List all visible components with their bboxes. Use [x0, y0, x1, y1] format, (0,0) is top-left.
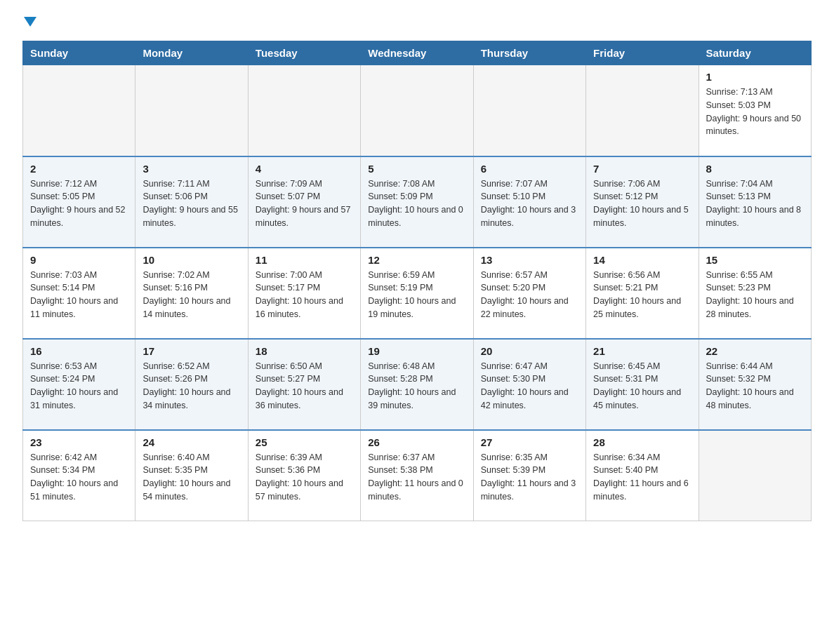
svg-marker-0: [24, 17, 37, 27]
calendar-cell: [473, 65, 585, 156]
page-header: [22, 17, 812, 29]
day-info: Sunrise: 7:11 AMSunset: 5:06 PMDaylight:…: [143, 177, 240, 230]
calendar-cell: [248, 65, 360, 156]
day-number: 20: [481, 345, 578, 357]
calendar-cell: 1Sunrise: 7:13 AMSunset: 5:03 PMDaylight…: [699, 65, 811, 156]
day-number: 9: [30, 254, 128, 266]
calendar-cell: 10Sunrise: 7:02 AMSunset: 5:16 PMDayligh…: [135, 248, 248, 339]
day-info: Sunrise: 7:00 AMSunset: 5:17 PMDaylight:…: [256, 269, 353, 321]
day-number: 7: [593, 163, 691, 175]
day-info: Sunrise: 7:02 AMSunset: 5:16 PMDaylight:…: [143, 269, 240, 321]
day-number: 2: [30, 163, 128, 175]
day-number: 3: [143, 163, 240, 175]
day-number: 26: [368, 436, 465, 448]
calendar-cell: 6Sunrise: 7:07 AMSunset: 5:10 PMDaylight…: [473, 156, 585, 248]
calendar-cell: [135, 65, 248, 156]
day-info: Sunrise: 7:08 AMSunset: 5:09 PMDaylight:…: [368, 177, 465, 230]
day-info: Sunrise: 6:50 AMSunset: 5:27 PMDaylight:…: [256, 360, 353, 412]
day-number: 12: [368, 254, 465, 266]
calendar-cell: [586, 65, 699, 156]
calendar-day-header: Saturday: [699, 41, 811, 65]
calendar-week-row: 23Sunrise: 6:42 AMSunset: 5:34 PMDayligh…: [23, 430, 812, 521]
day-info: Sunrise: 6:57 AMSunset: 5:20 PMDaylight:…: [481, 269, 578, 321]
logo: [22, 17, 37, 29]
day-number: 24: [143, 436, 240, 448]
day-info: Sunrise: 6:47 AMSunset: 5:30 PMDaylight:…: [481, 360, 578, 412]
calendar-header: SundayMondayTuesdayWednesdayThursdayFrid…: [23, 41, 812, 65]
day-info: Sunrise: 6:35 AMSunset: 5:39 PMDaylight:…: [481, 451, 578, 504]
day-number: 25: [256, 436, 353, 448]
day-info: Sunrise: 6:45 AMSunset: 5:31 PMDaylight:…: [593, 360, 691, 412]
day-info: Sunrise: 6:53 AMSunset: 5:24 PMDaylight:…: [30, 360, 128, 412]
day-number: 17: [143, 345, 240, 357]
day-number: 23: [30, 436, 128, 448]
calendar-cell: 13Sunrise: 6:57 AMSunset: 5:20 PMDayligh…: [473, 248, 585, 339]
calendar-cell: 4Sunrise: 7:09 AMSunset: 5:07 PMDaylight…: [248, 156, 360, 248]
calendar-cell: 22Sunrise: 6:44 AMSunset: 5:32 PMDayligh…: [699, 339, 811, 430]
calendar-cell: 26Sunrise: 6:37 AMSunset: 5:38 PMDayligh…: [361, 430, 473, 521]
day-info: Sunrise: 7:07 AMSunset: 5:10 PMDaylight:…: [481, 177, 578, 230]
calendar-week-row: 16Sunrise: 6:53 AMSunset: 5:24 PMDayligh…: [23, 339, 812, 430]
calendar-day-header: Tuesday: [248, 41, 360, 65]
calendar-cell: [699, 430, 811, 521]
calendar-cell: 5Sunrise: 7:08 AMSunset: 5:09 PMDaylight…: [361, 156, 473, 248]
day-number: 6: [481, 163, 578, 175]
calendar-body: 1Sunrise: 7:13 AMSunset: 5:03 PMDaylight…: [23, 65, 812, 521]
day-number: 19: [368, 345, 465, 357]
calendar-cell: 27Sunrise: 6:35 AMSunset: 5:39 PMDayligh…: [473, 430, 585, 521]
day-info: Sunrise: 6:37 AMSunset: 5:38 PMDaylight:…: [368, 451, 465, 504]
calendar-table: SundayMondayTuesdayWednesdayThursdayFrid…: [22, 41, 812, 521]
logo-arrow-icon: [24, 17, 37, 27]
calendar-cell: 24Sunrise: 6:40 AMSunset: 5:35 PMDayligh…: [135, 430, 248, 521]
calendar-cell: 28Sunrise: 6:34 AMSunset: 5:40 PMDayligh…: [586, 430, 699, 521]
day-info: Sunrise: 7:09 AMSunset: 5:07 PMDaylight:…: [256, 177, 353, 230]
calendar-cell: 17Sunrise: 6:52 AMSunset: 5:26 PMDayligh…: [135, 339, 248, 430]
calendar-cell: 9Sunrise: 7:03 AMSunset: 5:14 PMDaylight…: [23, 248, 135, 339]
day-number: 21: [593, 345, 691, 357]
day-info: Sunrise: 6:52 AMSunset: 5:26 PMDaylight:…: [143, 360, 240, 412]
calendar-day-header: Wednesday: [361, 41, 473, 65]
day-number: 27: [481, 436, 578, 448]
day-info: Sunrise: 6:39 AMSunset: 5:36 PMDaylight:…: [256, 451, 353, 504]
calendar-cell: [361, 65, 473, 156]
calendar-week-row: 2Sunrise: 7:12 AMSunset: 5:05 PMDaylight…: [23, 156, 812, 248]
calendar-cell: 21Sunrise: 6:45 AMSunset: 5:31 PMDayligh…: [586, 339, 699, 430]
calendar-day-header: Monday: [135, 41, 248, 65]
calendar-cell: 2Sunrise: 7:12 AMSunset: 5:05 PMDaylight…: [23, 156, 135, 248]
calendar-day-header: Thursday: [473, 41, 585, 65]
day-info: Sunrise: 6:48 AMSunset: 5:28 PMDaylight:…: [368, 360, 465, 412]
day-info: Sunrise: 6:42 AMSunset: 5:34 PMDaylight:…: [30, 451, 128, 504]
calendar-cell: 23Sunrise: 6:42 AMSunset: 5:34 PMDayligh…: [23, 430, 135, 521]
calendar-header-row: SundayMondayTuesdayWednesdayThursdayFrid…: [23, 41, 812, 65]
calendar-cell: 14Sunrise: 6:56 AMSunset: 5:21 PMDayligh…: [586, 248, 699, 339]
day-number: 10: [143, 254, 240, 266]
day-number: 13: [481, 254, 578, 266]
day-info: Sunrise: 6:44 AMSunset: 5:32 PMDaylight:…: [706, 360, 804, 412]
calendar-cell: 18Sunrise: 6:50 AMSunset: 5:27 PMDayligh…: [248, 339, 360, 430]
calendar-cell: 3Sunrise: 7:11 AMSunset: 5:06 PMDaylight…: [135, 156, 248, 248]
day-info: Sunrise: 6:56 AMSunset: 5:21 PMDaylight:…: [593, 269, 691, 321]
day-number: 22: [706, 345, 804, 357]
day-info: Sunrise: 7:06 AMSunset: 5:12 PMDaylight:…: [593, 177, 691, 230]
day-number: 16: [30, 345, 128, 357]
calendar-cell: 11Sunrise: 7:00 AMSunset: 5:17 PMDayligh…: [248, 248, 360, 339]
day-info: Sunrise: 6:55 AMSunset: 5:23 PMDaylight:…: [706, 269, 804, 321]
day-info: Sunrise: 7:03 AMSunset: 5:14 PMDaylight:…: [30, 269, 128, 321]
calendar-cell: 20Sunrise: 6:47 AMSunset: 5:30 PMDayligh…: [473, 339, 585, 430]
day-info: Sunrise: 7:04 AMSunset: 5:13 PMDaylight:…: [706, 177, 804, 230]
day-number: 8: [706, 163, 804, 175]
day-number: 11: [256, 254, 353, 266]
day-number: 4: [256, 163, 353, 175]
day-info: Sunrise: 7:13 AMSunset: 5:03 PMDaylight:…: [706, 86, 804, 138]
day-info: Sunrise: 7:12 AMSunset: 5:05 PMDaylight:…: [30, 177, 128, 230]
calendar-week-row: 9Sunrise: 7:03 AMSunset: 5:14 PMDaylight…: [23, 248, 812, 339]
calendar-cell: 25Sunrise: 6:39 AMSunset: 5:36 PMDayligh…: [248, 430, 360, 521]
day-number: 15: [706, 254, 804, 266]
calendar-day-header: Sunday: [23, 41, 135, 65]
day-number: 1: [706, 71, 804, 83]
calendar-cell: 7Sunrise: 7:06 AMSunset: 5:12 PMDaylight…: [586, 156, 699, 248]
day-number: 14: [593, 254, 691, 266]
calendar-cell: 16Sunrise: 6:53 AMSunset: 5:24 PMDayligh…: [23, 339, 135, 430]
calendar-cell: 8Sunrise: 7:04 AMSunset: 5:13 PMDaylight…: [699, 156, 811, 248]
day-info: Sunrise: 6:40 AMSunset: 5:35 PMDaylight:…: [143, 451, 240, 504]
